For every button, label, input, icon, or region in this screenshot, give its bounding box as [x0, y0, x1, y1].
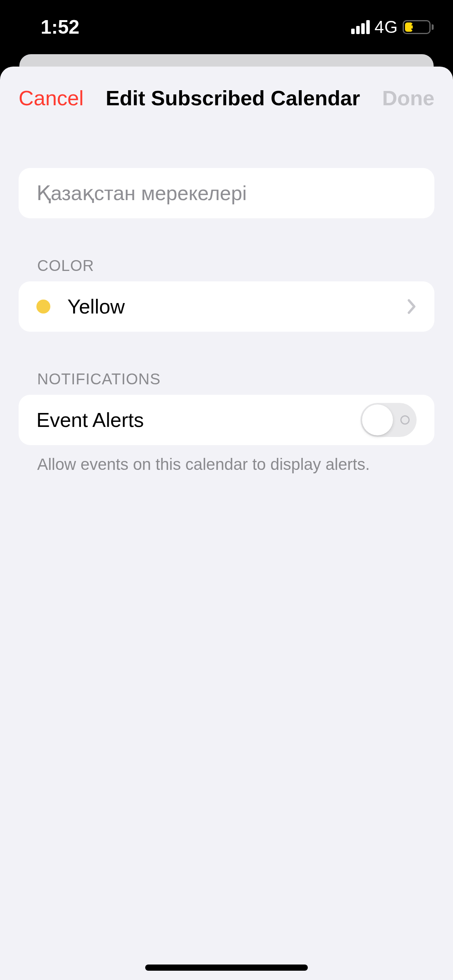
sheet-title: Edit Subscribed Calendar — [84, 86, 382, 110]
battery-indicator: 33 — [403, 20, 434, 34]
event-alerts-label: Event Alerts — [36, 408, 360, 432]
status-time: 1:52 — [41, 16, 79, 38]
color-section-header: COLOR — [19, 257, 434, 281]
network-type: 4G — [374, 17, 398, 37]
sheet-header: Cancel Edit Subscribed Calendar Done — [0, 67, 453, 129]
color-dot-icon — [36, 300, 50, 314]
cellular-signal-icon — [351, 20, 370, 34]
toggle-off-indicator-icon — [400, 415, 410, 425]
notifications-group: Event Alerts — [19, 395, 434, 445]
toggle-knob — [362, 404, 393, 435]
calendar-name-group — [19, 168, 434, 218]
event-alerts-toggle[interactable] — [360, 403, 417, 437]
color-group: Yellow — [19, 281, 434, 332]
status-indicators: 4G 33 — [351, 17, 434, 37]
chevron-right-icon — [407, 299, 417, 314]
notifications-section-header: NOTIFICATIONS — [19, 370, 434, 395]
notifications-footer: Allow events on this calendar to display… — [19, 445, 434, 476]
edit-calendar-sheet: Cancel Edit Subscribed Calendar Done COL… — [0, 67, 453, 980]
calendar-name-input[interactable] — [36, 182, 417, 205]
event-alerts-row: Event Alerts — [19, 395, 434, 445]
battery-percentage: 33 — [404, 21, 429, 33]
color-label: Yellow — [67, 295, 407, 318]
calendar-name-cell[interactable] — [19, 168, 434, 218]
cancel-button[interactable]: Cancel — [19, 86, 84, 110]
done-button[interactable]: Done — [382, 86, 434, 110]
status-bar: 1:52 4G 33 — [0, 0, 453, 54]
color-row[interactable]: Yellow — [19, 281, 434, 332]
home-indicator[interactable] — [145, 965, 308, 971]
